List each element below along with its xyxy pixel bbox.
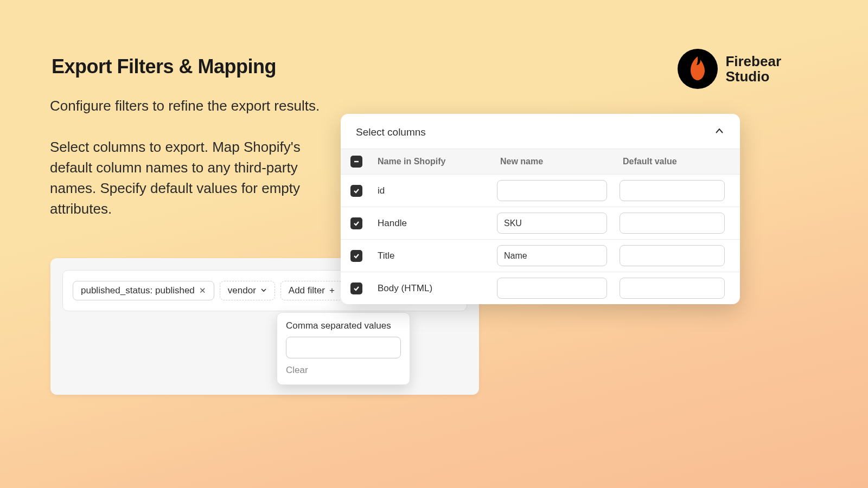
popover-clear-button[interactable]: Clear — [286, 365, 401, 376]
page-title: Export Filters & Mapping — [52, 55, 276, 78]
columns-table-header: Name in Shopify New name Default value — [341, 149, 740, 175]
filter-chip-vendor[interactable]: vendor — [220, 281, 275, 300]
select-columns-card: Select columns Name in Shopify New name … — [341, 114, 740, 304]
column-row: id — [341, 175, 740, 207]
column-row: Body (HTML) — [341, 272, 740, 304]
plus-icon: + — [329, 285, 335, 296]
description-line-2: Select columns to export. Map Shopify's … — [50, 137, 332, 219]
brand-name: Firebear Studio — [725, 54, 781, 84]
row-checkbox[interactable] — [350, 282, 362, 294]
chevron-up-icon — [714, 126, 725, 139]
filter-chip-label: published_status: published — [81, 285, 195, 296]
column-row: Title — [341, 240, 740, 272]
select-all-checkbox[interactable] — [350, 156, 362, 168]
th-new-name: New name — [497, 157, 614, 166]
chevron-down-icon — [260, 285, 267, 296]
new-name-input[interactable] — [497, 180, 607, 201]
default-value-input[interactable] — [620, 278, 725, 299]
default-value-input[interactable] — [620, 180, 725, 201]
column-name: id — [378, 185, 497, 196]
brand-block: Firebear Studio — [678, 49, 781, 89]
description-line-1: Configure filters to refine the export r… — [50, 98, 320, 114]
column-name: Handle — [378, 218, 497, 229]
column-row: Handle — [341, 207, 740, 240]
close-icon[interactable]: ✕ — [199, 286, 206, 296]
brand-name-line1: Firebear — [725, 54, 781, 69]
filter-chip-label: vendor — [228, 285, 256, 296]
popover-label: Comma separated values — [286, 320, 401, 331]
new-name-input[interactable] — [497, 245, 607, 266]
add-filter-button[interactable]: Add filter + — [280, 281, 343, 300]
default-value-input[interactable] — [620, 245, 725, 266]
row-checkbox[interactable] — [350, 250, 362, 262]
vendor-filter-popover: Comma separated values Clear — [277, 312, 410, 385]
add-filter-label: Add filter — [289, 285, 325, 296]
vendor-values-input[interactable] — [286, 337, 401, 358]
column-name: Title — [378, 251, 497, 261]
filter-chip-published-status[interactable]: published_status: published ✕ — [73, 281, 214, 300]
column-name: Body (HTML) — [378, 283, 497, 294]
select-columns-title: Select columns — [356, 126, 426, 138]
row-checkbox[interactable] — [350, 217, 362, 229]
firebear-logo-icon — [678, 49, 718, 89]
th-name-in-shopify: Name in Shopify — [378, 157, 497, 166]
new-name-input[interactable] — [497, 278, 607, 299]
default-value-input[interactable] — [620, 213, 725, 234]
brand-name-line2: Studio — [725, 69, 781, 84]
th-default-value: Default value — [614, 157, 731, 166]
select-columns-header[interactable]: Select columns — [341, 114, 740, 149]
row-checkbox[interactable] — [350, 185, 362, 197]
new-name-input[interactable] — [497, 213, 607, 234]
